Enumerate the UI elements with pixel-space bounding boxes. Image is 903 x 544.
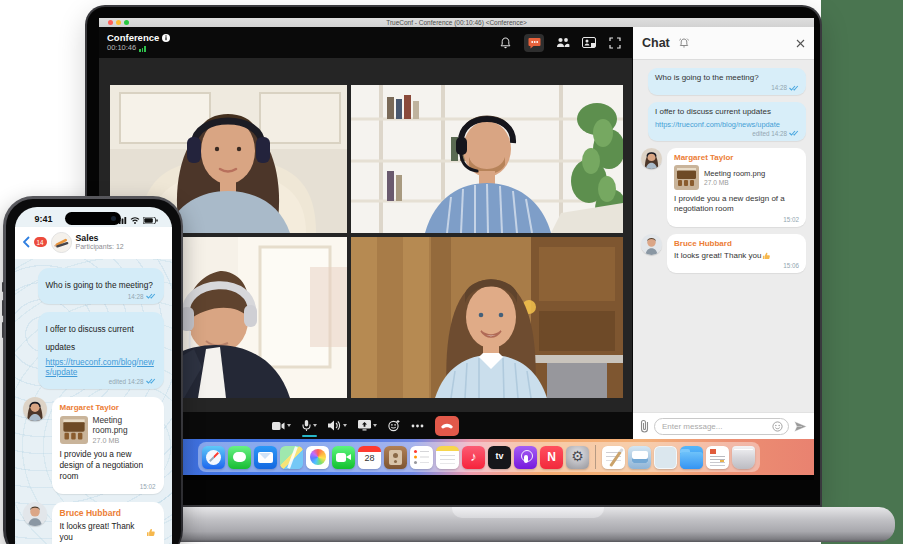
conference-name: Conference xyxy=(107,33,159,43)
microphone-button[interactable] xyxy=(302,420,317,432)
connection-quality-icon xyxy=(139,46,146,52)
safari-dock-icon[interactable] xyxy=(202,446,225,469)
chat-title: Sales xyxy=(76,233,124,243)
send-message-icon[interactable] xyxy=(794,421,807,432)
read-checkmarks-icon xyxy=(789,85,799,91)
reactions-button[interactable] xyxy=(388,420,400,432)
chat-message-outgoing: I offer to discuss current updates https… xyxy=(38,312,164,389)
iphone-volume-up-button xyxy=(2,300,5,316)
iphone-chat-header: 14 Sales Participants: 12 xyxy=(15,227,172,259)
macbook-screen: TrueConf - Conference (00:10:46) <Confer… xyxy=(99,18,814,480)
attachment-thumbnail xyxy=(674,165,699,190)
scene: TrueConf - Conference (00:10:46) <Confer… xyxy=(0,0,903,544)
avatar-margaret xyxy=(641,148,662,169)
chat-notifications-icon[interactable] xyxy=(678,37,690,49)
video-layout-icon[interactable] xyxy=(582,36,596,50)
group-chat-avatar[interactable] xyxy=(51,232,72,253)
read-checkmarks-icon xyxy=(146,378,156,384)
file-size: 27.0 MB xyxy=(93,436,156,445)
photos-dock-icon[interactable] xyxy=(306,446,329,469)
chat-close-icon[interactable] xyxy=(796,39,805,48)
chat-message-incoming: Margaret Taylor Meeting room.png 27.0 MB xyxy=(23,397,164,495)
emoji-icon[interactable] xyxy=(772,421,783,432)
document-dock-icon[interactable] xyxy=(706,446,729,469)
reminders-dock-icon[interactable] xyxy=(410,446,433,469)
file-name: Meeting room.png xyxy=(704,169,765,178)
participant-video-man-headset[interactable] xyxy=(351,85,623,233)
mic-level-indicator xyxy=(302,435,317,437)
iphone-volume-down-button xyxy=(2,322,5,338)
macbook-lid-notch xyxy=(452,507,604,518)
sender-name: Margaret Taylor xyxy=(60,403,156,412)
unread-count-badge: 14 xyxy=(34,237,47,247)
end-call-button[interactable] xyxy=(435,416,459,436)
file-attachment[interactable]: Meeting room.png 27.0 MB xyxy=(674,165,799,190)
appletv-dock-icon[interactable] xyxy=(488,446,511,469)
chat-panel: Chat Who is going to the mee xyxy=(632,27,814,439)
attachment-thumbnail xyxy=(60,416,88,444)
info-icon[interactable] xyxy=(162,34,170,42)
chat-message-incoming: Bruce Hubbard It looks great! Thank you … xyxy=(23,502,164,544)
conference-header: Conference 00:10:46 xyxy=(99,27,632,58)
facetime-dock-icon[interactable] xyxy=(332,446,355,469)
attach-file-icon[interactable] xyxy=(640,419,649,433)
chat-message-outgoing: Who is going to the meeting? 14:28 xyxy=(648,68,806,95)
iphone-frame: 9:41 14 xyxy=(3,196,183,544)
fullscreen-icon[interactable] xyxy=(608,36,622,50)
file-size: 27.0 MB xyxy=(704,179,765,186)
macbook: TrueConf - Conference (00:10:46) <Confer… xyxy=(85,5,822,507)
settings-dock-icon[interactable] xyxy=(566,446,589,469)
chat-message-link[interactable]: https://trueconf.com/blog/news/update xyxy=(655,120,799,129)
stickies-dock-icon[interactable] xyxy=(654,446,677,469)
chat-subtitle: Participants: 12 xyxy=(76,243,124,251)
camera-button[interactable] xyxy=(272,421,291,431)
news-dock-icon[interactable] xyxy=(540,446,563,469)
status-time: 9:41 xyxy=(35,214,53,224)
chat-toggle-button[interactable] xyxy=(524,34,544,52)
maps-dock-icon[interactable] xyxy=(280,446,303,469)
desktop-wallpaper: 28 xyxy=(99,439,814,475)
calendar-dock-icon[interactable]: 28 xyxy=(358,446,381,469)
chat-message-link[interactable]: https://trueconf.com/blog/news/update xyxy=(46,357,156,377)
notifications-bell-icon[interactable] xyxy=(498,36,512,50)
chat-header: Chat xyxy=(633,27,814,60)
participant-video-woman-kitchen[interactable] xyxy=(351,237,623,398)
message-input[interactable] xyxy=(662,422,772,431)
chat-input-bar xyxy=(633,412,814,439)
screen-share-button[interactable] xyxy=(358,420,377,431)
participants-icon[interactable] xyxy=(556,36,570,50)
file-name: Meeting room.png xyxy=(93,415,156,435)
avatar-margaret xyxy=(23,397,47,421)
chat-message-incoming: Margaret Taylor Meeting room.png 27.0 xyxy=(641,148,806,227)
green-backdrop xyxy=(821,0,903,544)
chat-message-list: Who is going to the meeting? 14:28 I off… xyxy=(633,60,814,412)
messages-dock-icon[interactable] xyxy=(228,446,251,469)
thumbs-up-icon xyxy=(762,251,771,260)
music-dock-icon[interactable] xyxy=(462,446,485,469)
macbook-base xyxy=(162,507,895,542)
preview-dock-icon[interactable] xyxy=(628,446,651,469)
iphone-screen: 9:41 14 xyxy=(15,207,172,544)
avatar-bruce xyxy=(641,234,662,255)
chat-message-outgoing: I offer to discuss current updates https… xyxy=(648,102,806,140)
battery-icon xyxy=(143,210,158,228)
sender-name: Margaret Taylor xyxy=(674,153,799,162)
contacts-dock-icon[interactable] xyxy=(384,446,407,469)
mail-dock-icon[interactable] xyxy=(254,446,277,469)
file-attachment[interactable]: Meeting room.png 27.0 MB xyxy=(60,415,156,445)
more-options-button[interactable] xyxy=(411,424,424,428)
notes-dock-icon[interactable] xyxy=(436,446,459,469)
window-title: TrueConf - Conference (00:10:46) <Confer… xyxy=(99,18,814,27)
sender-name: Bruce Hubbard xyxy=(60,508,156,518)
speaker-button[interactable] xyxy=(328,420,347,431)
thumbs-up-icon xyxy=(146,527,156,537)
chat-message-outgoing: Who is going to the meeting? 14:28 xyxy=(38,268,164,304)
conference-timer: 00:10:46 xyxy=(107,44,136,52)
trash-dock-icon[interactable] xyxy=(732,446,755,469)
textedit-dock-icon[interactable] xyxy=(602,446,625,469)
folder-dock-icon[interactable] xyxy=(680,446,703,469)
iphone: 9:41 14 xyxy=(3,196,183,544)
back-chevron-icon[interactable] xyxy=(23,236,30,248)
podcasts-dock-icon[interactable] xyxy=(514,446,537,469)
dynamic-island xyxy=(65,212,121,225)
